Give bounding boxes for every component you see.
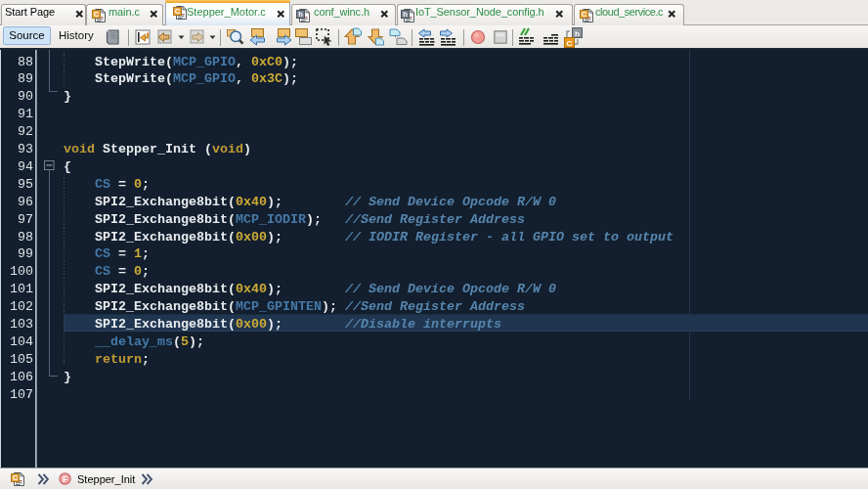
svg-text:h: h — [575, 29, 580, 38]
svg-text:h: h — [403, 10, 408, 19]
svg-text:h: h — [298, 10, 303, 19]
svg-text:C: C — [582, 10, 587, 19]
svg-text:F: F — [63, 474, 67, 484]
svg-text:C: C — [13, 473, 19, 482]
svg-text:C: C — [94, 10, 100, 19]
svg-text:C: C — [567, 39, 573, 48]
svg-text:C: C — [175, 7, 181, 16]
